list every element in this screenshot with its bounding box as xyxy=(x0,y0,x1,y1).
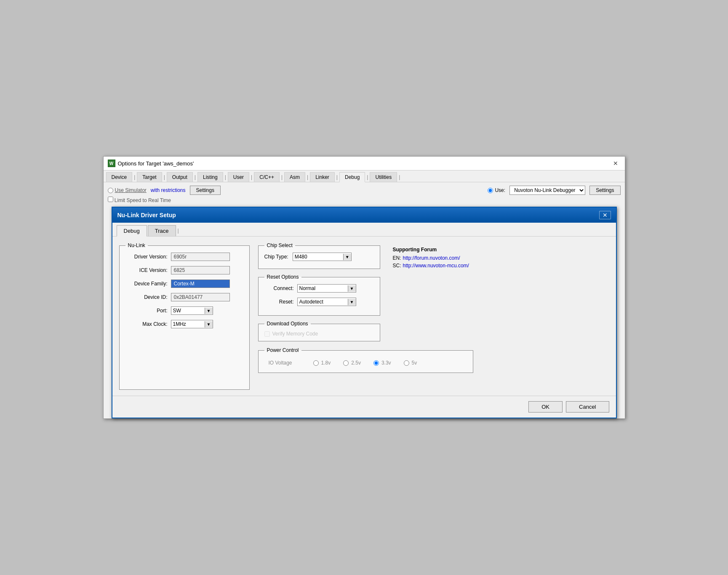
tab-linker[interactable]: Linker xyxy=(310,172,335,182)
inner-dialog-content: Nu-Link Driver Version: ICE Version: Dev… xyxy=(112,237,616,396)
voltage-1.8-radio[interactable] xyxy=(313,360,319,366)
chip-reset-download-column: Chip Select Chip Type: M480 M460 ▼ xyxy=(258,242,380,341)
power-control-fieldset: Power Control IO Voltage 1.8v 2.5v xyxy=(258,347,473,373)
tab-user[interactable]: User xyxy=(228,172,249,182)
with-restrictions-link[interactable]: with restrictions xyxy=(151,187,186,193)
verify-memory-row: Verify Memory Code xyxy=(264,331,374,337)
cancel-button[interactable]: Cancel xyxy=(566,401,609,413)
tab-listing[interactable]: Listing xyxy=(197,172,223,182)
dialog-buttons: OK Cancel xyxy=(112,396,616,418)
reset-dropdown-arrow[interactable]: ▼ xyxy=(348,299,356,305)
limit-speed-checkbox[interactable] xyxy=(108,197,113,202)
chip-select-legend: Chip Select xyxy=(264,242,295,248)
tab-target[interactable]: Target xyxy=(137,172,162,182)
support-sc-row: SC: http://www.nuvoton-mcu.com/ xyxy=(393,263,469,269)
verify-memory-label: Verify Memory Code xyxy=(272,331,318,337)
device-id-row: Device ID: xyxy=(125,293,243,301)
voltage-3.3-label[interactable]: 3.3v xyxy=(381,360,391,366)
chip-type-select-container: M480 M460 ▼ xyxy=(293,253,352,261)
ice-version-label: ICE Version: xyxy=(125,267,168,273)
voltage-1.8-label[interactable]: 1.8v xyxy=(321,360,331,366)
verify-memory-checkbox[interactable] xyxy=(264,331,270,337)
inner-close-button[interactable]: ✕ xyxy=(599,211,611,219)
chip-type-row: Chip Type: M480 M460 ▼ xyxy=(264,253,374,261)
use-label: Use: xyxy=(495,187,505,193)
tab-cpp[interactable]: C/C++ xyxy=(254,172,280,182)
voltage-5-label[interactable]: 5v xyxy=(412,360,417,366)
driver-version-row: Driver Version: xyxy=(125,253,243,261)
tab-utilities[interactable]: Utilities xyxy=(370,172,397,182)
connect-label: Connect: xyxy=(264,285,294,291)
tab-output[interactable]: Output xyxy=(167,172,193,182)
use-radio[interactable] xyxy=(488,188,493,193)
reset-select[interactable]: Autodetect HW Reset SW Reset xyxy=(298,298,348,306)
voltage-5-radio[interactable] xyxy=(404,360,409,366)
inner-dialog: Nu-Link Driver Setup ✕ Debug Trace | Nu-… xyxy=(112,207,617,418)
chip-and-support-row: Chip Select Chip Type: M480 M460 ▼ xyxy=(258,242,473,341)
sim-use-row: Use Simulator with restrictions Settings… xyxy=(108,186,621,195)
simulator-radio[interactable] xyxy=(108,188,113,193)
tab-asm[interactable]: Asm xyxy=(284,172,305,182)
debugger-settings-button[interactable]: Settings xyxy=(589,186,620,195)
chip-type-select[interactable]: M480 M460 xyxy=(293,253,343,261)
max-clock-row: Max Clock: 1MHz 4MHz 10MHz ▼ xyxy=(125,320,243,328)
device-id-label: Device ID: xyxy=(125,294,168,300)
use-radio-group: Use: xyxy=(488,187,505,193)
reset-options-fieldset: Reset Options Connect: Normal Connect & … xyxy=(258,274,380,316)
power-radio-2.5: 2.5v xyxy=(343,360,361,366)
power-control-legend: Power Control xyxy=(264,347,301,353)
max-clock-dropdown-arrow[interactable]: ▼ xyxy=(205,321,213,327)
inner-titlebar: Nu-Link Driver Setup ✕ xyxy=(112,208,616,223)
outer-content: Use Simulator with restrictions Settings… xyxy=(104,182,625,207)
simulator-settings-button[interactable]: Settings xyxy=(190,186,221,195)
debugger-select[interactable]: Nuvoton Nu-Link Debugger xyxy=(509,186,585,195)
port-dropdown-arrow[interactable]: ▼ xyxy=(205,308,213,314)
connect-dropdown-arrow[interactable]: ▼ xyxy=(348,285,356,292)
io-voltage-label: IO Voltage xyxy=(269,360,292,366)
reset-select-container: Autodetect HW Reset SW Reset ▼ xyxy=(297,298,356,306)
inner-tab-debug[interactable]: Debug xyxy=(117,225,147,237)
tab-debug[interactable]: Debug xyxy=(339,172,365,182)
outer-close-button[interactable]: ✕ xyxy=(611,159,621,168)
outer-title: Options for Target 'aws_demos' xyxy=(118,160,194,167)
support-en-link[interactable]: http://forum.nuvoton.com/ xyxy=(403,255,460,261)
support-sc-link[interactable]: http://www.nuvoton-mcu.com/ xyxy=(403,263,469,269)
connect-select-container: Normal Connect & Reset Reset ▼ xyxy=(297,284,356,293)
connect-select[interactable]: Normal Connect & Reset Reset xyxy=(298,285,348,292)
port-row: Port: SW JTAG ▼ xyxy=(125,306,243,315)
device-family-input[interactable] xyxy=(171,280,230,288)
outer-titlebar: W Options for Target 'aws_demos' ✕ xyxy=(104,157,625,170)
port-label: Port: xyxy=(125,308,168,314)
chip-select-fieldset: Chip Select Chip Type: M480 M460 ▼ xyxy=(258,242,380,269)
power-control-section: Power Control IO Voltage 1.8v 2.5v xyxy=(258,347,473,373)
chip-type-label: Chip Type: xyxy=(264,254,288,260)
support-title: Supporting Forum xyxy=(393,247,469,253)
inner-tab-bar: Debug Trace | xyxy=(112,223,616,237)
nulink-legend: Nu-Link xyxy=(125,242,148,248)
port-select-container: SW JTAG ▼ xyxy=(171,306,213,315)
chip-type-dropdown-arrow[interactable]: ▼ xyxy=(343,254,351,260)
inner-dialog-title: Nu-Link Driver Setup xyxy=(117,212,176,218)
simulator-label[interactable]: Use Simulator xyxy=(115,187,147,193)
tab-device[interactable]: Device xyxy=(106,172,133,182)
voltage-2.5-radio[interactable] xyxy=(343,360,349,366)
inner-tab-trace[interactable]: Trace xyxy=(148,225,176,236)
support-en-row: EN: http://forum.nuvoton.com/ xyxy=(393,255,469,261)
driver-version-label: Driver Version: xyxy=(125,254,168,260)
voltage-3.3-radio[interactable] xyxy=(373,360,379,366)
simulator-radio-group: Use Simulator xyxy=(108,187,147,193)
support-section: Supporting Forum EN: http://forum.nuvoto… xyxy=(389,242,473,341)
voltage-2.5-label[interactable]: 2.5v xyxy=(351,360,361,366)
driver-version-input[interactable] xyxy=(171,253,230,261)
ok-button[interactable]: OK xyxy=(528,401,563,413)
connect-row: Connect: Normal Connect & Reset Reset ▼ xyxy=(264,284,374,293)
device-id-input[interactable] xyxy=(171,293,230,301)
outer-window: W Options for Target 'aws_demos' ✕ Devic… xyxy=(103,156,625,419)
ice-version-input[interactable] xyxy=(171,266,230,274)
port-select[interactable]: SW JTAG xyxy=(171,307,205,314)
max-clock-select[interactable]: 1MHz 4MHz 10MHz xyxy=(171,320,205,328)
power-radio-1.8: 1.8v xyxy=(313,360,331,366)
power-row: IO Voltage 1.8v 2.5v xyxy=(264,357,467,368)
power-radio-3.3: 3.3v xyxy=(373,360,391,366)
reset-label: Reset: xyxy=(264,299,294,305)
